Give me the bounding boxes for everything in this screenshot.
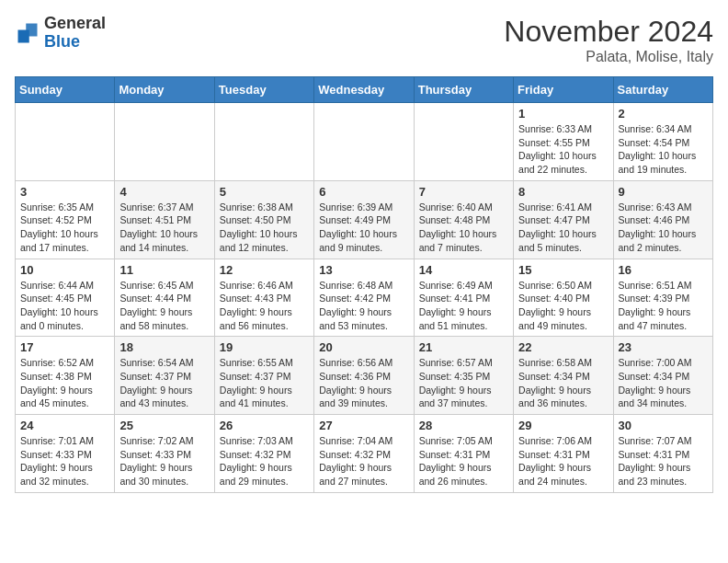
weekday-header-saturday: Saturday — [613, 77, 712, 103]
page-header: General Blue November 2024 Palata, Molis… — [15, 15, 713, 65]
day-info: Sunrise: 6:54 AM Sunset: 4:37 PM Dayligh… — [119, 356, 209, 410]
calendar-cell: 20Sunrise: 6:56 AM Sunset: 4:36 PM Dayli… — [314, 337, 414, 415]
day-info: Sunrise: 6:50 AM Sunset: 4:40 PM Dayligh… — [518, 279, 608, 333]
calendar-cell: 7Sunrise: 6:40 AM Sunset: 4:48 PM Daylig… — [414, 180, 513, 259]
calendar-cell: 18Sunrise: 6:54 AM Sunset: 4:37 PM Dayli… — [115, 337, 214, 415]
day-number: 14 — [419, 263, 508, 277]
day-info: Sunrise: 6:45 AM Sunset: 4:44 PM Dayligh… — [119, 279, 209, 333]
logo-blue-text: Blue — [44, 32, 80, 51]
calendar-cell: 4Sunrise: 6:37 AM Sunset: 4:51 PM Daylig… — [115, 180, 214, 259]
day-number: 24 — [20, 419, 109, 432]
calendar-cell: 9Sunrise: 6:43 AM Sunset: 4:46 PM Daylig… — [613, 180, 712, 259]
day-info: Sunrise: 7:04 AM Sunset: 4:32 PM Dayligh… — [319, 434, 408, 488]
day-info: Sunrise: 6:51 AM Sunset: 4:39 PM Dayligh… — [619, 279, 708, 333]
day-info: Sunrise: 7:05 AM Sunset: 4:31 PM Dayligh… — [419, 434, 508, 488]
day-number: 11 — [119, 263, 209, 277]
day-info: Sunrise: 6:52 AM Sunset: 4:38 PM Dayligh… — [20, 356, 109, 410]
calendar-cell: 25Sunrise: 7:02 AM Sunset: 4:33 PM Dayli… — [115, 415, 214, 493]
day-number: 9 — [619, 185, 708, 199]
calendar-cell: 14Sunrise: 6:49 AM Sunset: 4:41 PM Dayli… — [414, 259, 513, 337]
day-number: 23 — [619, 340, 708, 354]
calendar-cell: 12Sunrise: 6:46 AM Sunset: 4:43 PM Dayli… — [214, 259, 313, 337]
calendar-header-row: SundayMondayTuesdayWednesdayThursdayFrid… — [16, 77, 713, 103]
day-number: 28 — [419, 419, 508, 432]
calendar-week-row: 10Sunrise: 6:44 AM Sunset: 4:45 PM Dayli… — [16, 259, 713, 337]
day-info: Sunrise: 6:40 AM Sunset: 4:48 PM Dayligh… — [419, 201, 508, 255]
calendar-cell: 24Sunrise: 7:01 AM Sunset: 4:33 PM Dayli… — [16, 415, 115, 493]
day-number: 3 — [20, 185, 109, 199]
day-info: Sunrise: 7:07 AM Sunset: 4:31 PM Dayligh… — [619, 434, 708, 488]
calendar-cell: 2Sunrise: 6:34 AM Sunset: 4:54 PM Daylig… — [613, 103, 712, 181]
calendar-cell: 3Sunrise: 6:35 AM Sunset: 4:52 PM Daylig… — [16, 180, 115, 259]
day-number: 4 — [119, 185, 209, 199]
day-number: 20 — [319, 340, 408, 354]
day-info: Sunrise: 6:49 AM Sunset: 4:41 PM Dayligh… — [419, 279, 508, 333]
day-number: 10 — [20, 263, 109, 277]
day-info: Sunrise: 6:44 AM Sunset: 4:45 PM Dayligh… — [20, 279, 109, 333]
day-info: Sunrise: 6:57 AM Sunset: 4:35 PM Dayligh… — [419, 356, 508, 410]
logo-icon — [15, 20, 40, 46]
day-number: 29 — [518, 419, 608, 432]
calendar-week-row: 1Sunrise: 6:33 AM Sunset: 4:55 PM Daylig… — [16, 103, 713, 181]
day-info: Sunrise: 6:55 AM Sunset: 4:37 PM Dayligh… — [220, 356, 309, 410]
day-number: 7 — [419, 185, 508, 199]
logo-general-text: General — [44, 14, 106, 32]
calendar-cell — [414, 103, 513, 181]
day-number: 18 — [119, 340, 209, 354]
calendar-week-row: 17Sunrise: 6:52 AM Sunset: 4:38 PM Dayli… — [16, 337, 713, 415]
svg-marker-1 — [18, 29, 29, 42]
day-number: 25 — [119, 419, 209, 432]
calendar-cell: 10Sunrise: 6:44 AM Sunset: 4:45 PM Dayli… — [16, 259, 115, 337]
weekday-header-tuesday: Tuesday — [214, 77, 313, 103]
day-info: Sunrise: 6:37 AM Sunset: 4:51 PM Dayligh… — [119, 201, 209, 255]
day-info: Sunrise: 6:34 AM Sunset: 4:54 PM Dayligh… — [619, 122, 708, 177]
calendar-cell: 13Sunrise: 6:48 AM Sunset: 4:42 PM Dayli… — [314, 259, 414, 337]
weekday-header-monday: Monday — [115, 77, 214, 103]
day-number: 16 — [619, 263, 708, 277]
day-info: Sunrise: 6:58 AM Sunset: 4:34 PM Dayligh… — [518, 356, 608, 410]
calendar-cell: 29Sunrise: 7:06 AM Sunset: 4:31 PM Dayli… — [514, 415, 613, 493]
calendar-cell: 5Sunrise: 6:38 AM Sunset: 4:50 PM Daylig… — [214, 180, 313, 259]
month-title: November 2024 — [504, 15, 713, 49]
day-info: Sunrise: 6:38 AM Sunset: 4:50 PM Dayligh… — [220, 201, 309, 255]
day-number: 19 — [220, 340, 309, 354]
calendar-cell — [115, 103, 214, 181]
logo: General Blue — [15, 15, 106, 52]
calendar-cell: 27Sunrise: 7:04 AM Sunset: 4:32 PM Dayli… — [314, 415, 414, 493]
calendar-cell: 8Sunrise: 6:41 AM Sunset: 4:47 PM Daylig… — [514, 180, 613, 259]
day-info: Sunrise: 6:41 AM Sunset: 4:47 PM Dayligh… — [518, 201, 608, 255]
day-number: 6 — [319, 185, 408, 199]
day-info: Sunrise: 6:56 AM Sunset: 4:36 PM Dayligh… — [319, 356, 408, 410]
calendar-cell: 28Sunrise: 7:05 AM Sunset: 4:31 PM Dayli… — [414, 415, 513, 493]
day-info: Sunrise: 7:06 AM Sunset: 4:31 PM Dayligh… — [518, 434, 608, 488]
calendar-week-row: 24Sunrise: 7:01 AM Sunset: 4:33 PM Dayli… — [16, 415, 713, 493]
day-number: 26 — [220, 419, 309, 432]
calendar-cell — [16, 103, 115, 181]
location-title: Palata, Molise, Italy — [504, 49, 713, 65]
day-info: Sunrise: 6:39 AM Sunset: 4:49 PM Dayligh… — [319, 201, 408, 255]
day-info: Sunrise: 7:03 AM Sunset: 4:32 PM Dayligh… — [220, 434, 309, 488]
day-number: 22 — [518, 340, 608, 354]
calendar-cell: 1Sunrise: 6:33 AM Sunset: 4:55 PM Daylig… — [514, 103, 613, 181]
calendar-cell: 30Sunrise: 7:07 AM Sunset: 4:31 PM Dayli… — [613, 415, 712, 493]
day-info: Sunrise: 6:46 AM Sunset: 4:43 PM Dayligh… — [220, 279, 309, 333]
calendar-table: SundayMondayTuesdayWednesdayThursdayFrid… — [15, 76, 713, 493]
day-info: Sunrise: 7:01 AM Sunset: 4:33 PM Dayligh… — [20, 434, 109, 488]
day-number: 15 — [518, 263, 608, 277]
calendar-cell: 16Sunrise: 6:51 AM Sunset: 4:39 PM Dayli… — [613, 259, 712, 337]
calendar-cell — [314, 103, 414, 181]
day-number: 21 — [419, 340, 508, 354]
calendar-cell: 17Sunrise: 6:52 AM Sunset: 4:38 PM Dayli… — [16, 337, 115, 415]
calendar-cell: 22Sunrise: 6:58 AM Sunset: 4:34 PM Dayli… — [514, 337, 613, 415]
calendar-cell: 26Sunrise: 7:03 AM Sunset: 4:32 PM Dayli… — [214, 415, 313, 493]
day-info: Sunrise: 7:00 AM Sunset: 4:34 PM Dayligh… — [619, 356, 708, 410]
weekday-header-thursday: Thursday — [414, 77, 513, 103]
day-info: Sunrise: 6:48 AM Sunset: 4:42 PM Dayligh… — [319, 279, 408, 333]
day-number: 8 — [518, 185, 608, 199]
day-number: 1 — [518, 107, 608, 121]
day-info: Sunrise: 6:43 AM Sunset: 4:46 PM Dayligh… — [619, 201, 708, 255]
calendar-cell — [214, 103, 313, 181]
weekday-header-wednesday: Wednesday — [314, 77, 414, 103]
calendar-cell: 23Sunrise: 7:00 AM Sunset: 4:34 PM Dayli… — [613, 337, 712, 415]
day-info: Sunrise: 6:33 AM Sunset: 4:55 PM Dayligh… — [518, 122, 608, 177]
